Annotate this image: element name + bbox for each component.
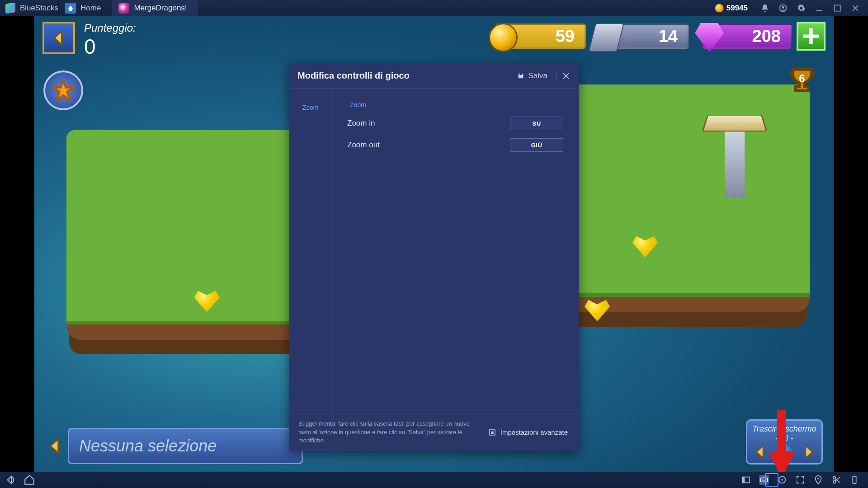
modal-footer: Suggerimento: fare clic sulla casella ta… [289, 413, 579, 451]
back-arrow-icon [50, 29, 68, 47]
drag-screen-label: Trascina schermo [750, 424, 819, 434]
selection-prev-button[interactable] [42, 428, 68, 464]
action-name: Zoom in [347, 119, 375, 128]
screenshot-scissors-icon[interactable] [831, 475, 841, 485]
drag-next-button[interactable] [800, 443, 817, 460]
android-home-icon[interactable] [24, 474, 35, 486]
tab-game-label: MergeDragons! [134, 4, 187, 13]
save-label: Salva [528, 71, 547, 80]
gold-value: 59 [556, 27, 575, 46]
drag-prev-button[interactable] [752, 443, 769, 460]
tab-mergedragons[interactable]: MergeDragons! [112, 0, 198, 16]
resource-bar: 59 14 208 [495, 22, 826, 51]
action-name: Zoom out [347, 141, 380, 150]
keybind-input-zoom-out[interactable]: GIÙ [510, 138, 563, 152]
gold-coin-icon [489, 23, 518, 52]
coin-icon [715, 4, 724, 13]
keybind-input-zoom-in[interactable]: SU [510, 117, 563, 130]
svg-point-15 [817, 478, 819, 479]
drag-screen-panel[interactable]: Trascina schermo - Sì - [746, 419, 823, 465]
lock-icon [777, 444, 792, 460]
svg-point-11 [766, 479, 767, 480]
svg-rect-12 [762, 481, 766, 482]
tab-home-label: Home [80, 4, 101, 13]
bluestacks-bottombar [0, 472, 868, 488]
divider [557, 70, 557, 82]
target-icon[interactable] [777, 475, 787, 485]
svg-rect-7 [761, 478, 768, 482]
shake-device-icon[interactable] [849, 475, 859, 485]
advanced-settings-button[interactable]: Impostazioni avanzate [487, 425, 570, 440]
category-zoom[interactable]: Zoom [289, 104, 331, 111]
score-display: Punteggio: 0 [84, 22, 136, 59]
chevron-left-icon [46, 436, 65, 455]
svg-point-14 [781, 479, 783, 481]
modal-main: Zoom Zoom in SU Zoom out GIÙ [332, 89, 579, 413]
modal-title: Modifica controlli di gioco [297, 70, 513, 81]
bluestacks-coin-balance[interactable]: 59945 [715, 4, 748, 13]
bluestacks-logo-icon [5, 2, 15, 14]
window-close-icon[interactable] [851, 4, 860, 13]
back-button[interactable] [42, 22, 75, 54]
trophy-button[interactable]: 6 [784, 63, 820, 99]
location-icon[interactable] [813, 475, 823, 485]
minimize-icon[interactable] [815, 4, 824, 13]
gold-counter[interactable]: 59 [495, 23, 586, 49]
settings-icon [489, 429, 496, 436]
save-icon [517, 72, 524, 80]
svg-point-10 [765, 479, 766, 480]
selection-panel: Nessuna selezione [68, 428, 303, 464]
fullscreen-icon[interactable] [795, 475, 805, 485]
settings-gear-icon[interactable] [797, 4, 806, 13]
modal-sidebar: Zoom [289, 89, 332, 413]
keybind-row: Zoom out GIÙ [347, 138, 563, 152]
keyboard-controls-icon[interactable] [759, 475, 769, 485]
stone-counter[interactable]: 14 [599, 23, 689, 49]
score-value: 0 [84, 34, 136, 59]
gem-counter[interactable]: 208 [702, 23, 792, 49]
star-icon [52, 79, 75, 102]
gem-icon [695, 23, 724, 52]
modal-header: Modifica controlli di gioco Salva [289, 63, 579, 89]
advanced-settings-label: Impostazioni avanzate [500, 428, 568, 436]
coin-amount: 59945 [726, 4, 748, 13]
group-label: Zoom [350, 101, 563, 108]
keybind-row: Zoom in SU [347, 117, 563, 130]
home-icon [65, 3, 76, 14]
score-label: Punteggio: [84, 22, 136, 34]
modal-close-button[interactable] [561, 71, 571, 80]
stone-icon [588, 23, 624, 52]
hint-text: Suggerimento: fare clic sulla casella ta… [298, 420, 476, 445]
selection-label: Nessuna selezione [79, 436, 217, 455]
svg-rect-3 [834, 5, 840, 11]
svg-rect-18 [853, 476, 856, 484]
save-button[interactable]: Salva [513, 69, 552, 83]
gem-value: 208 [752, 27, 781, 46]
svg-point-8 [762, 479, 763, 480]
svg-rect-6 [742, 477, 745, 483]
star-badge-button[interactable] [43, 70, 83, 110]
svg-rect-2 [816, 10, 822, 11]
add-gems-button[interactable] [797, 22, 826, 51]
notifications-icon[interactable] [760, 4, 769, 13]
book-pedestal [708, 98, 762, 206]
hud-top: Punteggio: 0 59 14 208 [34, 22, 834, 58]
game-controls-modal: Modifica controlli di gioco Salva Zoom Z… [289, 63, 579, 451]
drag-screen-state: - Sì - [750, 434, 819, 443]
game-viewport: Punteggio: 0 59 14 208 [0, 16, 868, 472]
app-name: BlueStacks [20, 4, 58, 13]
svg-point-9 [764, 479, 764, 480]
account-icon[interactable] [778, 4, 788, 13]
mergedragons-app-icon [118, 3, 129, 14]
toggle-toolbar-icon[interactable] [741, 475, 751, 485]
android-back-icon[interactable] [5, 474, 16, 486]
tab-home[interactable]: Home [58, 0, 112, 16]
bluestacks-titlebar: BlueStacks Home MergeDragons! 59945 [0, 0, 868, 16]
stone-value: 14 [659, 27, 678, 46]
terrain-island [554, 84, 810, 312]
maximize-icon[interactable] [833, 4, 842, 13]
svg-point-1 [782, 6, 784, 9]
trophy-count: 6 [799, 72, 805, 85]
